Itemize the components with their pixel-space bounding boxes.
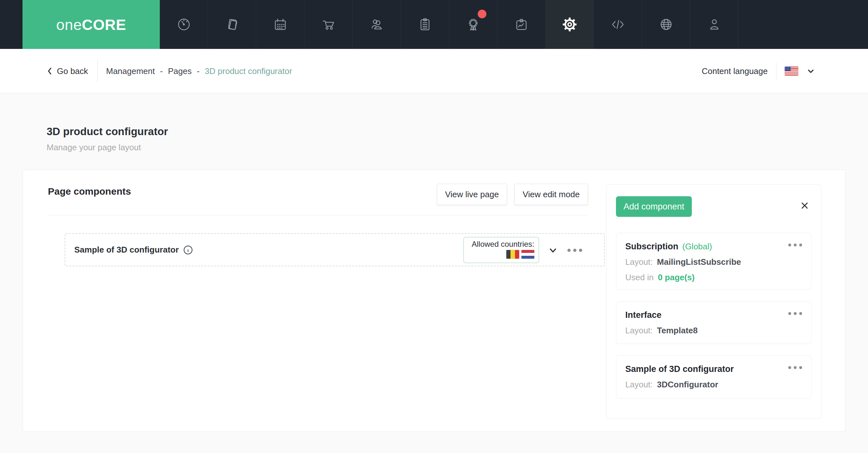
allowed-countries-label: Allowed countries: — [468, 240, 534, 249]
divider — [97, 60, 98, 82]
brand-name: CORE — [82, 16, 126, 33]
component-name: Interface — [625, 310, 661, 320]
divider — [48, 215, 589, 216]
divider — [776, 63, 776, 80]
chevron-left-icon — [46, 67, 53, 75]
allowed-countries-flags — [468, 250, 534, 259]
dashboard-icon — [176, 17, 192, 32]
allowed-countries-box: Allowed countries: — [463, 237, 539, 263]
reports-icon — [514, 17, 529, 32]
layout-value: Template8 — [657, 325, 698, 335]
nav-tab-dashboard[interactable] — [160, 0, 208, 49]
component-name: Subscription — [625, 242, 678, 251]
top-navigation: oneCORE — [0, 0, 868, 49]
view-live-page-button[interactable]: View live page — [437, 184, 507, 205]
component-menu-button[interactable] — [788, 244, 802, 247]
nav-tab-settings[interactable] — [546, 0, 594, 49]
breadcrumb-separator: - — [197, 66, 199, 76]
nav-tabs — [160, 0, 739, 49]
breadcrumb-bar: Go back Management - Pages - 3D product … — [0, 49, 868, 93]
nav-tab-orders[interactable] — [401, 0, 449, 49]
component-menu-button[interactable] — [788, 366, 802, 369]
cart-icon — [321, 17, 336, 32]
layout-value: 3DConfigurator — [657, 380, 718, 389]
component-card-3d-configurator[interactable]: Sample of 3D configurator Layout: 3DConf… — [616, 356, 811, 399]
nav-tab-globe[interactable] — [642, 0, 690, 49]
component-row-title-wrap: Sample of 3D configurator — [74, 234, 193, 266]
page-subtitle: Manage your page layout — [46, 143, 141, 152]
brand-logo[interactable]: oneCORE — [23, 0, 160, 49]
nav-tab-code[interactable] — [594, 0, 642, 49]
breadcrumb-item-pages[interactable]: Pages — [168, 66, 192, 76]
us-flag-icon[interactable] — [785, 66, 798, 76]
brand-prefix: one — [56, 16, 82, 33]
info-icon[interactable] — [183, 245, 193, 255]
breadcrumb-separator: - — [160, 66, 163, 76]
close-icon[interactable] — [801, 201, 809, 210]
chevron-down-icon[interactable] — [548, 246, 558, 255]
page-components-card: Page components View live page View edit… — [23, 170, 845, 432]
netherlands-flag-icon — [522, 250, 534, 259]
account-icon — [707, 17, 722, 32]
nav-tab-calendar[interactable] — [256, 0, 305, 49]
globe-icon — [658, 17, 674, 32]
calendar-icon — [273, 17, 288, 32]
layout-label: Layout: — [625, 380, 653, 389]
component-global-tag: (Global) — [682, 242, 712, 251]
notification-dot — [478, 10, 487, 18]
users-icon — [369, 17, 384, 32]
layout-label: Layout: — [625, 257, 653, 267]
layout-value: MailingListSubscribe — [657, 257, 741, 267]
content-language-selector: Content language — [702, 49, 815, 93]
nav-tab-rewards[interactable] — [449, 0, 497, 49]
component-card-interface[interactable]: Interface Layout: Template8 — [616, 302, 811, 344]
code-icon — [610, 17, 626, 32]
component-row-title: Sample of 3D configurator — [74, 245, 179, 255]
us-flag-canton — [785, 66, 791, 71]
component-row[interactable]: Sample of 3D configurator Allowed countr… — [65, 233, 605, 266]
nav-tab-account[interactable] — [690, 0, 739, 49]
nav-tab-customers[interactable] — [353, 0, 401, 49]
rewards-icon — [465, 17, 481, 32]
row-menu-button[interactable] — [567, 249, 582, 252]
component-name: Sample of 3D configurator — [625, 364, 734, 374]
breadcrumb: Management - Pages - 3D product configur… — [106, 49, 292, 93]
component-card-subscription[interactable]: Subscription (Global) Layout: MailingLis… — [616, 233, 811, 289]
nav-tab-shop[interactable] — [305, 0, 353, 49]
settings-icon — [562, 17, 578, 32]
go-back-label: Go back — [57, 66, 88, 76]
breadcrumb-item-management[interactable]: Management — [106, 66, 155, 76]
nav-tab-pages[interactable] — [208, 0, 256, 49]
component-menu-button[interactable] — [788, 312, 802, 315]
used-in-label: Used in — [625, 273, 654, 282]
layout-label: Layout: — [625, 325, 653, 335]
nav-tab-reports[interactable] — [497, 0, 546, 49]
used-in-value: 0 page(s) — [658, 273, 694, 282]
breadcrumb-item-current: 3D product configurator — [205, 66, 292, 76]
add-component-panel: Add component Subscription (Global) Layo… — [606, 185, 822, 419]
content-language-label: Content language — [702, 66, 768, 76]
add-component-button[interactable]: Add component — [616, 196, 692, 217]
pages-icon — [224, 17, 240, 32]
orders-icon — [417, 17, 433, 32]
belgium-flag-icon — [506, 250, 519, 259]
section-heading: Page components — [48, 186, 131, 197]
go-back-button[interactable]: Go back — [46, 49, 88, 93]
page-title: 3D product configurator — [46, 125, 168, 138]
view-edit-mode-button[interactable]: View edit mode — [515, 184, 588, 205]
chevron-down-icon[interactable] — [807, 67, 815, 75]
